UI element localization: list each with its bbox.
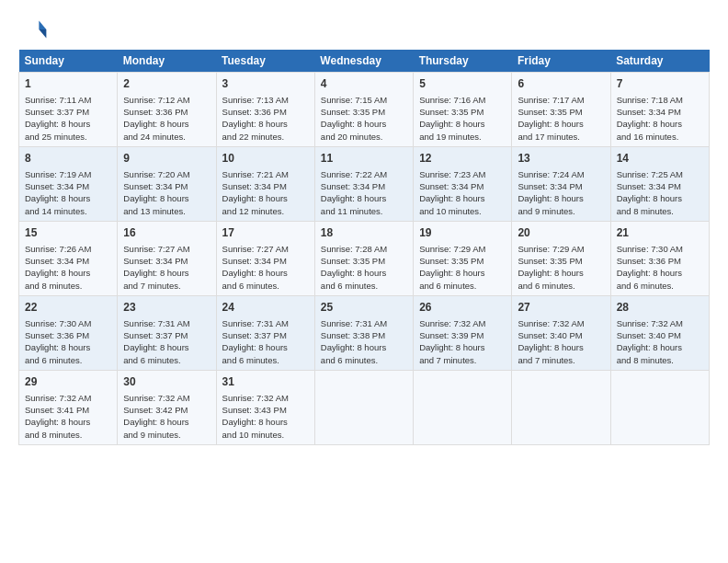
day-number: 30 xyxy=(123,374,210,390)
day-info: Sunrise: 7:31 AM xyxy=(321,317,407,329)
logo-icon xyxy=(18,15,48,44)
day-number: 24 xyxy=(222,300,309,316)
calendar-cell: 27Sunrise: 7:32 AMSunset: 3:40 PMDayligh… xyxy=(512,295,610,370)
calendar-cell xyxy=(610,370,709,444)
calendar-cell: 23Sunrise: 7:31 AMSunset: 3:37 PMDayligh… xyxy=(118,295,216,370)
day-number: 20 xyxy=(518,225,604,241)
day-info: and 8 minutes. xyxy=(617,205,703,217)
calendar-cell xyxy=(512,370,610,444)
day-info: Sunset: 3:39 PM xyxy=(419,329,506,341)
day-info: Sunrise: 7:17 AM xyxy=(518,94,604,106)
day-info: Sunrise: 7:11 AM xyxy=(25,94,111,106)
day-info: and 7 minutes. xyxy=(518,354,604,366)
day-info: Sunset: 3:43 PM xyxy=(222,404,309,416)
day-info: Sunset: 3:36 PM xyxy=(617,255,703,267)
col-header-thursday: Thursday xyxy=(414,50,512,73)
day-info: Sunrise: 7:19 AM xyxy=(25,168,111,180)
day-info: Daylight: 8 hours xyxy=(123,192,210,204)
day-info: and 14 minutes. xyxy=(25,205,111,217)
day-info: Sunrise: 7:25 AM xyxy=(617,168,703,180)
day-info: Sunset: 3:36 PM xyxy=(123,106,210,118)
day-info: Daylight: 8 hours xyxy=(25,118,111,130)
day-info: Sunset: 3:34 PM xyxy=(222,180,309,192)
day-info: Sunset: 3:35 PM xyxy=(321,255,407,267)
calendar-cell: 30Sunrise: 7:32 AMSunset: 3:42 PMDayligh… xyxy=(118,370,216,444)
day-info: Daylight: 8 hours xyxy=(123,267,210,279)
day-info: Sunrise: 7:29 AM xyxy=(419,243,506,255)
day-info: Daylight: 8 hours xyxy=(222,192,309,204)
day-info: and 25 minutes. xyxy=(25,131,111,143)
col-header-friday: Friday xyxy=(512,50,610,73)
calendar-cell: 5Sunrise: 7:16 AMSunset: 3:35 PMDaylight… xyxy=(414,73,512,147)
day-number: 6 xyxy=(518,76,604,92)
day-info: and 24 minutes. xyxy=(123,131,210,143)
logo xyxy=(18,15,51,44)
day-info: Sunset: 3:34 PM xyxy=(222,255,309,267)
day-number: 28 xyxy=(617,300,703,316)
week-row-4: 22Sunrise: 7:30 AMSunset: 3:36 PMDayligh… xyxy=(19,295,710,370)
calendar-cell: 21Sunrise: 7:30 AMSunset: 3:36 PMDayligh… xyxy=(610,221,709,295)
day-info: Sunset: 3:36 PM xyxy=(222,106,309,118)
day-number: 3 xyxy=(222,76,309,92)
day-info: Daylight: 8 hours xyxy=(321,267,407,279)
day-info: Daylight: 8 hours xyxy=(617,192,703,204)
day-info: Sunrise: 7:21 AM xyxy=(222,168,309,180)
day-info: and 6 minutes. xyxy=(321,280,407,292)
day-info: and 9 minutes. xyxy=(518,205,604,217)
day-info: and 8 minutes. xyxy=(25,280,111,292)
week-row-1: 1Sunrise: 7:11 AMSunset: 3:37 PMDaylight… xyxy=(19,73,710,147)
day-info: Sunrise: 7:22 AM xyxy=(321,168,407,180)
day-info: and 12 minutes. xyxy=(222,205,309,217)
day-info: Daylight: 8 hours xyxy=(321,192,407,204)
day-info: Sunrise: 7:27 AM xyxy=(222,243,309,255)
day-info: and 8 minutes. xyxy=(25,429,111,441)
day-info: and 6 minutes. xyxy=(419,280,506,292)
calendar-cell: 26Sunrise: 7:32 AMSunset: 3:39 PMDayligh… xyxy=(414,295,512,370)
svg-marker-0 xyxy=(39,20,46,29)
day-info: and 19 minutes. xyxy=(419,131,506,143)
day-info: and 6 minutes. xyxy=(617,280,703,292)
calendar-cell: 31Sunrise: 7:32 AMSunset: 3:43 PMDayligh… xyxy=(216,370,314,444)
day-number: 13 xyxy=(518,151,604,167)
day-number: 8 xyxy=(25,151,111,167)
day-info: Sunrise: 7:13 AM xyxy=(222,94,309,106)
col-header-tuesday: Tuesday xyxy=(216,50,314,73)
day-info: Sunrise: 7:32 AM xyxy=(123,392,210,404)
week-row-3: 15Sunrise: 7:26 AMSunset: 3:34 PMDayligh… xyxy=(19,221,710,295)
day-info: Sunset: 3:34 PM xyxy=(617,106,703,118)
day-number: 27 xyxy=(518,300,604,316)
calendar-cell: 14Sunrise: 7:25 AMSunset: 3:34 PMDayligh… xyxy=(610,146,709,221)
day-number: 25 xyxy=(321,300,407,316)
day-info: Daylight: 8 hours xyxy=(222,118,309,130)
day-info: and 6 minutes. xyxy=(321,354,407,366)
day-info: Daylight: 8 hours xyxy=(518,267,604,279)
day-info: Sunset: 3:35 PM xyxy=(419,106,506,118)
day-info: Sunset: 3:42 PM xyxy=(123,404,210,416)
day-number: 12 xyxy=(419,151,506,167)
day-info: Sunrise: 7:32 AM xyxy=(419,317,506,329)
day-number: 4 xyxy=(321,76,407,92)
calendar-cell: 12Sunrise: 7:23 AMSunset: 3:34 PMDayligh… xyxy=(414,146,512,221)
calendar-cell: 25Sunrise: 7:31 AMSunset: 3:38 PMDayligh… xyxy=(314,295,413,370)
day-info: Sunrise: 7:24 AM xyxy=(518,168,604,180)
day-info: Sunset: 3:36 PM xyxy=(25,329,111,341)
calendar-cell: 4Sunrise: 7:15 AMSunset: 3:35 PMDaylight… xyxy=(314,73,413,147)
day-number: 1 xyxy=(25,76,111,92)
day-info: Sunrise: 7:28 AM xyxy=(321,243,407,255)
day-info: Daylight: 8 hours xyxy=(123,118,210,130)
day-info: and 7 minutes. xyxy=(419,354,506,366)
header xyxy=(18,15,710,44)
day-info: Daylight: 8 hours xyxy=(518,341,604,353)
day-info: Sunset: 3:35 PM xyxy=(419,255,506,267)
day-info: Sunrise: 7:32 AM xyxy=(617,317,703,329)
calendar-cell: 19Sunrise: 7:29 AMSunset: 3:35 PMDayligh… xyxy=(414,221,512,295)
day-number: 26 xyxy=(419,300,506,316)
week-row-5: 29Sunrise: 7:32 AMSunset: 3:41 PMDayligh… xyxy=(19,370,710,444)
day-info: and 7 minutes. xyxy=(123,280,210,292)
day-info: Sunrise: 7:30 AM xyxy=(617,243,703,255)
day-info: and 6 minutes. xyxy=(222,280,309,292)
day-info: and 10 minutes. xyxy=(419,205,506,217)
page-container: SundayMondayTuesdayWednesdayThursdayFrid… xyxy=(0,0,728,454)
day-info: Sunset: 3:34 PM xyxy=(321,180,407,192)
calendar-cell xyxy=(314,370,413,444)
